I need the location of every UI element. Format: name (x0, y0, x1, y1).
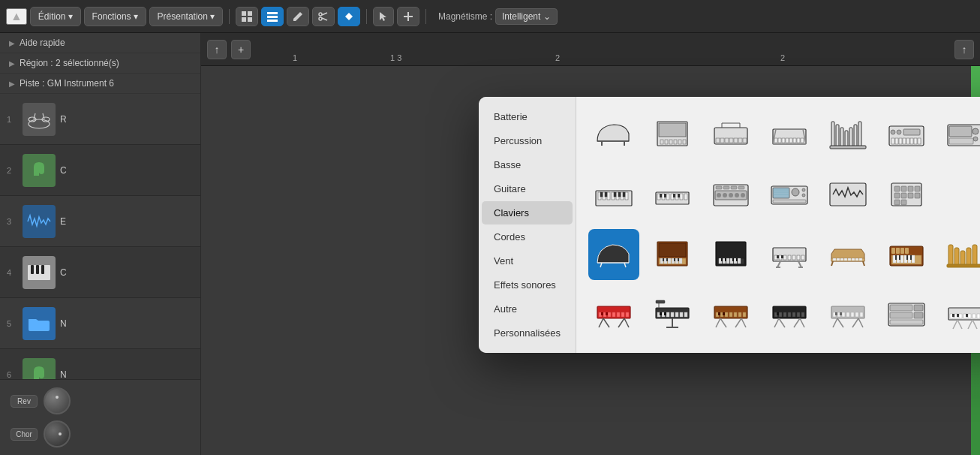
category-batterie[interactable]: Batterie (482, 105, 573, 128)
svg-rect-42 (729, 138, 733, 143)
track-row[interactable]: 3 E (0, 196, 200, 247)
svg-rect-12 (404, 16, 413, 17)
svg-rect-64 (849, 128, 852, 147)
svg-rect-200 (732, 258, 734, 261)
list-view-button[interactable] (261, 7, 284, 26)
svg-rect-152 (738, 186, 744, 189)
category-effets[interactable]: Effets sonores (482, 273, 573, 297)
track-row[interactable]: 4 C (0, 247, 200, 298)
svg-rect-71 (899, 138, 902, 144)
instrument-digital-stand[interactable] (764, 229, 815, 280)
svg-rect-201 (736, 258, 738, 261)
instrument-workstation[interactable] (939, 109, 980, 160)
svg-rect-151 (731, 186, 737, 189)
instrument-brown-synth-stand[interactable] (705, 289, 756, 340)
svg-rect-63 (845, 131, 848, 147)
svg-point-78 (897, 130, 901, 134)
track-row[interactable]: 1 R (0, 94, 200, 145)
track-number: 5 (0, 319, 18, 328)
instrument-organ-pipes[interactable] (822, 109, 873, 160)
category-perso[interactable]: Personnalisées (482, 321, 573, 345)
svg-rect-321 (738, 312, 741, 317)
instrument-music-stand-keyboard[interactable] (647, 289, 698, 340)
svg-rect-335 (797, 312, 800, 317)
instrument-harpsichord[interactable] (822, 229, 873, 280)
knob-indicator (59, 432, 62, 435)
instrument-wave-display[interactable] (822, 169, 873, 220)
svg-rect-127 (614, 192, 616, 197)
instrument-grand-piano[interactable] (588, 109, 639, 160)
svg-rect-347 (851, 312, 854, 317)
instrument-grid-controller[interactable] (881, 169, 932, 220)
svg-rect-320 (734, 312, 737, 317)
scissors-button[interactable] (312, 7, 335, 26)
svg-rect-73 (906, 138, 909, 144)
svg-rect-324 (723, 312, 725, 315)
category-percussion[interactable]: Percussion (482, 129, 573, 152)
plus-button[interactable] (397, 7, 419, 26)
aide-rapide-item[interactable]: ▶ Aide rapide (0, 33, 200, 53)
instrument-upright-brown[interactable] (647, 229, 698, 280)
piste-item[interactable]: ▶ Piste : GM Instrument 6 (0, 74, 200, 94)
fonctions-button[interactable]: Fonctions ▾ (84, 7, 146, 26)
divider-3 (425, 9, 426, 24)
instrument-keyboard-xstand-white[interactable] (939, 289, 980, 340)
region-arrow: ▶ (9, 59, 15, 68)
category-guitare[interactable]: Guitare (482, 177, 573, 200)
svg-rect-357 (890, 305, 912, 311)
svg-rect-197 (738, 258, 741, 264)
region-item[interactable]: ▶ Région : 2 sélectionné(s) (0, 53, 200, 74)
magnetism-selector[interactable]: Intelligent ⌄ (495, 8, 558, 25)
instrument-black-keyboard-stand[interactable] (764, 289, 815, 340)
chor-label[interactable]: Chor (11, 428, 38, 441)
svg-rect-5 (267, 16, 278, 18)
pencil-button[interactable] (287, 7, 309, 26)
svg-point-83 (973, 137, 978, 141)
instrument-small-keyboard[interactable] (588, 169, 639, 220)
chor-knob[interactable] (44, 420, 71, 447)
cursor-button[interactable] (373, 7, 394, 26)
region-label: Région : 2 sélectionné(s) (20, 58, 119, 68)
instrument-grand-piano-selected[interactable] (588, 229, 639, 280)
instrument-gray-keyboard-stand[interactable] (822, 289, 873, 340)
svg-line-328 (735, 318, 741, 327)
instrument-synth-rack-detail[interactable] (881, 289, 932, 340)
category-vent[interactable]: Vent (482, 249, 573, 273)
instrument-electric-piano[interactable] (764, 109, 815, 160)
category-basse[interactable]: Basse (482, 153, 573, 176)
flex-button[interactable] (338, 7, 360, 26)
back-button[interactable]: ▲ (6, 8, 27, 25)
svg-rect-293 (621, 312, 624, 317)
svg-rect-331 (779, 312, 782, 317)
grid-view-button[interactable] (236, 7, 258, 26)
svg-rect-36 (678, 140, 681, 144)
rev-knob[interactable] (44, 387, 71, 414)
instrument-controller-screen[interactable] (764, 169, 815, 220)
instrument-black-piano[interactable] (705, 229, 756, 280)
svg-rect-76 (918, 138, 921, 144)
instrument-mini-keyboard[interactable] (647, 169, 698, 220)
track-row[interactable]: 2 C (0, 145, 200, 196)
category-autre[interactable]: Autre (482, 297, 573, 321)
instrument-synthesizer[interactable] (881, 109, 932, 160)
instrument-electric-organ[interactable] (881, 229, 932, 280)
instrument-pipe-organ-gold[interactable] (939, 229, 980, 280)
svg-line-373 (953, 320, 957, 329)
instrument-modular-synth[interactable] (705, 169, 756, 220)
category-cordes[interactable]: Cordes (482, 225, 573, 249)
instrument-upright-piano[interactable] (647, 109, 698, 160)
svg-line-327 (720, 318, 726, 327)
svg-line-10 (322, 18, 327, 20)
instrument-red-keyboard-stand[interactable] (588, 289, 639, 340)
track-row[interactable]: 5 N (0, 298, 200, 349)
aide-rapide-arrow: ▶ (9, 39, 15, 47)
svg-rect-133 (666, 194, 669, 200)
rev-label[interactable]: Rev (11, 395, 38, 408)
instrument-digital-piano[interactable] (705, 109, 756, 160)
edition-button[interactable]: Édition ▾ (30, 7, 81, 26)
presentation-button[interactable]: Présentation ▾ (149, 7, 223, 26)
svg-rect-172 (894, 200, 900, 205)
track-row[interactable]: 6 N (0, 349, 200, 379)
svg-rect-291 (612, 312, 615, 317)
category-claviers[interactable]: Claviers (482, 201, 573, 224)
